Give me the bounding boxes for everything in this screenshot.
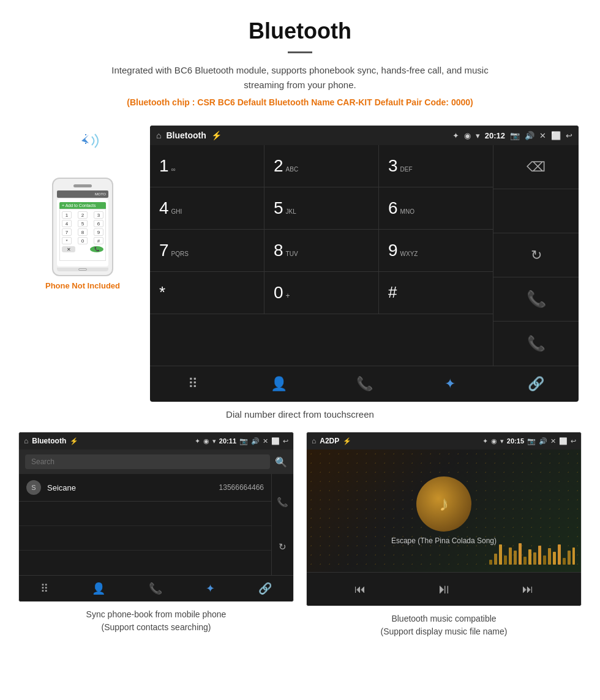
- empty-cell-1: [493, 189, 579, 233]
- svg-rect-1: [494, 554, 497, 565]
- pb-close-icon: ✕: [263, 437, 268, 445]
- svg-rect-4: [509, 548, 512, 565]
- dialer-area: 1 ∞ 2 ABC 3 DEF 4 GHI: [150, 145, 579, 366]
- svg-rect-13: [553, 552, 556, 565]
- dialer-row-3: 7 PQRS 8 TUV 9 WXYZ: [150, 230, 493, 272]
- ms-status-title: A2DP: [320, 437, 339, 445]
- backspace-cell[interactable]: ⌫: [493, 145, 579, 189]
- svg-rect-10: [538, 546, 541, 565]
- pb-contacts-icon[interactable]: 👤: [92, 582, 105, 595]
- phonebook-item: ⌂ Bluetooth ⚡ ✦ ◉ ▾ 20:11 📷 🔊 ✕ ⬜ ↩: [18, 432, 294, 638]
- pb-link-icon[interactable]: 🔗: [258, 582, 272, 595]
- phone-bottom-bar: [57, 268, 108, 271]
- usb-icon: ⚡: [211, 130, 222, 140]
- pb-back-icon: ↩: [283, 437, 288, 445]
- dialer-key-4[interactable]: 4 GHI: [150, 187, 264, 229]
- music-next-button[interactable]: ⏭: [522, 583, 533, 596]
- music-album-art: ♪: [416, 476, 471, 532]
- music-caption-line2: (Support display music file name): [381, 627, 508, 636]
- refresh-cell[interactable]: ↻: [493, 233, 579, 277]
- pb-vol-icon: 🔊: [251, 437, 260, 445]
- pb-grid-icon[interactable]: ⠿: [40, 582, 48, 595]
- dialer-key-7[interactable]: 7 PQRS: [150, 230, 264, 271]
- status-right: ✦ ◉ ▾ 20:12 📷 🔊 ✕ ⬜ ↩: [452, 131, 572, 140]
- dialer-key-hash[interactable]: #: [379, 272, 493, 314]
- music-screenshot: ⌂ A2DP ⚡ ✦ ◉ ▾ 20:15 📷 🔊 ✕ ⬜ ↩: [306, 432, 582, 606]
- call-accept-icon: 📞: [527, 290, 546, 309]
- bt-icon[interactable]: ✦: [438, 375, 462, 393]
- pb-usb-icon: ⚡: [70, 437, 78, 445]
- ms-status-bar: ⌂ A2DP ⚡ ✦ ◉ ▾ 20:15 📷 🔊 ✕ ⬜ ↩: [307, 432, 581, 450]
- call-accept-button[interactable]: 📞: [527, 290, 546, 309]
- pb-search-input[interactable]: [25, 454, 270, 469]
- call-decline-button[interactable]: 📞: [527, 335, 546, 352]
- pb-loc-icon: ◉: [203, 437, 209, 445]
- dialer-row-2: 4 GHI 5 JKL 6 MNO: [150, 187, 493, 230]
- phone-speaker: [73, 184, 92, 187]
- bluetooth-signal-icon: [58, 126, 107, 156]
- phonebook-caption: Sync phone-book from mobile phone (Suppo…: [18, 602, 294, 634]
- music-controls: ⏮ ⏯ ⏭: [307, 572, 581, 606]
- music-bg: ♪ Escape (The Pina Colada Song): [307, 450, 581, 572]
- dialer-main: 1 ∞ 2 ABC 3 DEF 4 GHI: [150, 145, 493, 366]
- pb-sig-icon: ▾: [212, 437, 216, 445]
- music-prev-button[interactable]: ⏮: [354, 583, 366, 596]
- pb-search-bar: 🔍: [19, 450, 293, 474]
- back-status-icon[interactable]: ↩: [566, 131, 572, 140]
- pb-bt-toolbar-icon[interactable]: ✦: [206, 582, 215, 595]
- dialer-key-9[interactable]: 9 WXYZ: [379, 230, 493, 271]
- close-status-icon[interactable]: ✕: [539, 131, 546, 140]
- dialer-key-8[interactable]: 8 TUV: [264, 230, 379, 271]
- pb-contact-name: Seicane: [47, 483, 213, 492]
- link-icon[interactable]: 🔗: [523, 375, 548, 393]
- pb-refresh-icon[interactable]: ↻: [279, 541, 287, 552]
- pb-bt-icon: ✦: [195, 437, 200, 445]
- svg-rect-11: [543, 555, 546, 565]
- call-accept-cell[interactable]: 📞: [493, 277, 579, 322]
- music-item: ⌂ A2DP ⚡ ✦ ◉ ▾ 20:15 📷 🔊 ✕ ⬜ ↩: [306, 432, 582, 638]
- pb-call-icon[interactable]: 📞: [277, 497, 288, 508]
- camera-status-icon[interactable]: 📷: [510, 131, 520, 140]
- phone-mockup: MOTO + Add to Contacts 123 456 789: [52, 178, 113, 276]
- phone-section: MOTO + Add to Contacts 123 456 789: [21, 126, 144, 290]
- call-decline-cell[interactable]: 📞: [493, 322, 579, 366]
- pb-search-button[interactable]: 🔍: [275, 456, 287, 468]
- phone-icon[interactable]: 📞: [352, 375, 377, 393]
- car-dialer-screen: ⌂ Bluetooth ⚡ ✦ ◉ ▾ 20:12 📷 🔊 ✕ ⬜ ↩: [150, 126, 579, 402]
- phonebook-screenshot: ⌂ Bluetooth ⚡ ✦ ◉ ▾ 20:11 📷 🔊 ✕ ⬜ ↩: [18, 432, 294, 602]
- music-play-pause-button[interactable]: ⏯: [437, 581, 451, 597]
- dialer-key-5[interactable]: 5 JKL: [264, 187, 379, 229]
- dialer-key-1[interactable]: 1 ∞: [150, 145, 264, 187]
- bottom-row: ⌂ Bluetooth ⚡ ✦ ◉ ▾ 20:11 📷 🔊 ✕ ⬜ ↩: [0, 432, 600, 650]
- dialer-key-6[interactable]: 6 MNO: [379, 187, 493, 229]
- dialer-key-2[interactable]: 2 ABC: [264, 145, 379, 187]
- phonebook-caption-line2: (Support contacts searching): [102, 622, 211, 632]
- volume-status-icon[interactable]: 🔊: [525, 131, 534, 140]
- pb-contact-initial: S: [31, 484, 36, 491]
- pb-toolbar: ⠿ 👤 📞 ✦ 🔗: [19, 575, 293, 601]
- dialer-key-3[interactable]: 3 DEF: [379, 145, 493, 187]
- grid-icon[interactable]: ⠿: [181, 375, 205, 393]
- svg-rect-17: [572, 548, 575, 565]
- pb-status-time: 20:11: [219, 437, 236, 445]
- dialer-key-star[interactable]: *: [150, 272, 264, 314]
- svg-rect-14: [558, 544, 561, 565]
- ms-loc-icon: ◉: [491, 437, 497, 445]
- home-icon[interactable]: ⌂: [156, 130, 161, 140]
- page-title: Bluetooth: [12, 18, 588, 44]
- svg-rect-16: [568, 551, 571, 565]
- svg-rect-7: [523, 557, 527, 565]
- dialer-row-1: 1 ∞ 2 ABC 3 DEF: [150, 145, 493, 187]
- pb-phone-icon[interactable]: 📞: [149, 582, 162, 595]
- bluetooth-status-icon: ✦: [452, 131, 459, 140]
- dialer-key-0[interactable]: 0 +: [264, 272, 379, 314]
- dialer-status-time: 20:12: [485, 131, 505, 140]
- ms-close-icon: ✕: [550, 437, 556, 445]
- contacts-icon[interactable]: 👤: [266, 375, 291, 393]
- fullscreen-status-icon[interactable]: ⬜: [551, 131, 561, 140]
- header-divider: [288, 51, 312, 53]
- ms-status-time: 20:15: [507, 437, 524, 445]
- svg-rect-5: [514, 551, 517, 565]
- ms-usb-icon: ⚡: [343, 437, 351, 445]
- dialer-right-panel: ⌫ ↻ 📞 📞: [493, 145, 579, 366]
